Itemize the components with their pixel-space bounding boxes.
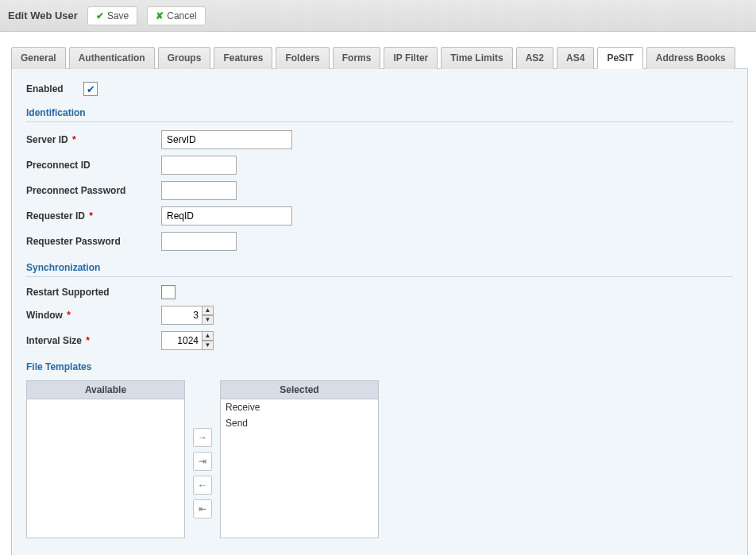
list-item[interactable]: Receive <box>221 399 378 415</box>
selected-list[interactable]: ReceiveSend <box>220 399 379 538</box>
save-button[interactable]: ✔ Save <box>87 6 137 25</box>
preconnect-id-label: Preconnect ID <box>26 160 161 171</box>
required-mark: * <box>83 335 90 346</box>
requester-password-field[interactable] <box>161 232 237 251</box>
tab-forms[interactable]: Forms <box>333 47 381 69</box>
section-file-templates: File Templates <box>26 361 733 376</box>
enabled-checkbox[interactable] <box>83 82 98 96</box>
tab-time-limits[interactable]: Time Limits <box>441 47 512 69</box>
tab-general[interactable]: General <box>11 47 66 69</box>
required-mark: * <box>64 310 71 321</box>
server-id-field[interactable] <box>161 130 292 149</box>
tab-pesit[interactable]: PeSIT <box>597 47 642 69</box>
available-header: Available <box>26 380 185 399</box>
cross-icon: ✘ <box>156 10 164 21</box>
move-right-button[interactable]: → <box>193 428 212 447</box>
tab-groups[interactable]: Groups <box>158 47 211 69</box>
cancel-button[interactable]: ✘ Cancel <box>147 6 205 25</box>
requester-id-field[interactable] <box>161 206 292 225</box>
interval-down[interactable]: ▼ <box>202 341 214 350</box>
arrow-all-right-icon: ⇥ <box>199 456 206 467</box>
tabs: General Authentication Groups Features F… <box>11 46 748 69</box>
interval-size-input[interactable] <box>161 331 202 350</box>
window-down[interactable]: ▼ <box>202 315 214 325</box>
tab-authentication[interactable]: Authentication <box>69 47 155 69</box>
server-id-label: Server ID * <box>26 134 161 145</box>
move-left-button[interactable]: ← <box>193 476 212 495</box>
preconnect-id-field[interactable] <box>161 156 237 175</box>
selected-header: Selected <box>220 380 379 399</box>
tab-ip-filter[interactable]: IP Filter <box>384 47 438 69</box>
requester-password-label: Requester Password <box>26 236 161 247</box>
tab-features[interactable]: Features <box>214 47 272 69</box>
preconnect-password-field[interactable] <box>161 181 237 200</box>
restart-supported-label: Restart Supported <box>26 287 161 298</box>
restart-supported-checkbox[interactable] <box>161 285 176 299</box>
file-templates-dual-list: Available → ⇥ ← ⇤ Selected ReceiveS <box>26 380 733 538</box>
window-up[interactable]: ▲ <box>202 306 214 315</box>
interval-up[interactable]: ▲ <box>202 331 214 341</box>
check-icon: ✔ <box>96 10 104 21</box>
window-label: Window * <box>26 310 161 321</box>
save-label: Save <box>107 10 129 21</box>
tab-as2[interactable]: AS2 <box>516 47 554 69</box>
cancel-label: Cancel <box>167 10 196 21</box>
arrow-right-icon: → <box>198 432 207 443</box>
interval-size-stepper[interactable]: ▲ ▼ <box>161 331 214 350</box>
list-item[interactable]: Send <box>221 415 378 431</box>
page-title: Edit Web User <box>8 10 78 21</box>
section-identification: Identification <box>26 107 733 122</box>
arrow-left-icon: ← <box>198 480 207 491</box>
preconnect-password-label: Preconnect Password <box>26 185 161 196</box>
move-all-right-button[interactable]: ⇥ <box>193 452 212 471</box>
panel-body: Enabled Identification Server ID * Preco… <box>11 69 748 555</box>
window-input[interactable] <box>161 306 202 325</box>
window-stepper[interactable]: ▲ ▼ <box>161 306 214 325</box>
tab-folders[interactable]: Folders <box>276 47 329 69</box>
section-synchronization: Synchronization <box>26 262 733 277</box>
required-mark: * <box>87 210 93 222</box>
tab-as4[interactable]: AS4 <box>557 47 594 69</box>
arrow-all-left-icon: ⇤ <box>199 503 206 515</box>
enabled-label: Enabled <box>26 83 83 94</box>
requester-id-label: Requester ID * <box>26 210 161 222</box>
required-mark: * <box>70 134 76 145</box>
tab-address-books[interactable]: Address Books <box>646 47 735 69</box>
interval-size-label: Interval Size * <box>26 335 161 346</box>
available-list[interactable] <box>26 399 185 538</box>
move-all-left-button[interactable]: ⇤ <box>193 499 212 518</box>
